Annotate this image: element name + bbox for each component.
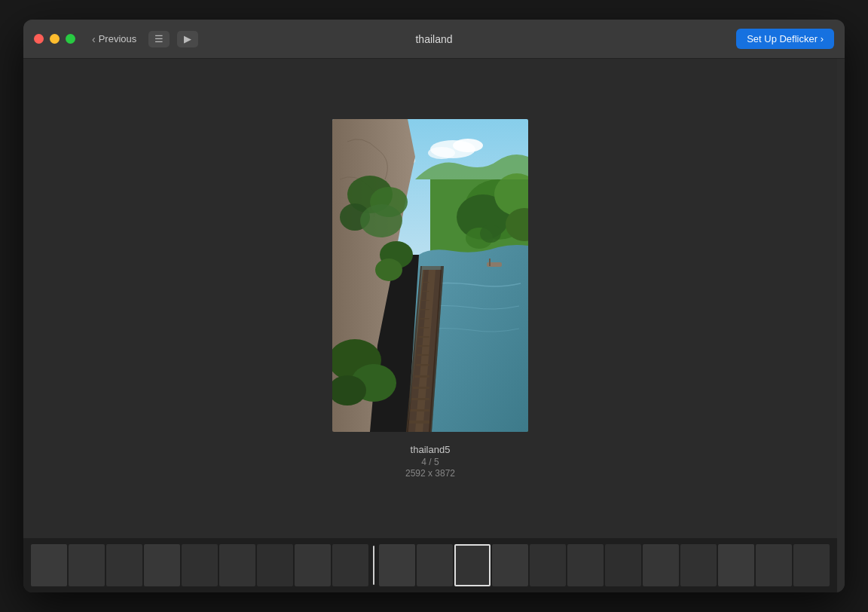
filmstrip-item-current[interactable] [454, 544, 491, 586]
filmstrip-item[interactable] [793, 544, 830, 586]
filmstrip-item[interactable] [718, 544, 754, 586]
titlebar: ‹ Previous ☰ ▶ thailand Set Up Deflicker… [23, 20, 845, 59]
titlebar-right: Set Up Deflicker › [736, 29, 834, 49]
image-counter: 4 / 5 [405, 457, 455, 467]
nav-controls: ‹ Previous ☰ ▶ [87, 30, 198, 48]
traffic-lights [34, 34, 75, 44]
app-window: ‹ Previous ☰ ▶ thailand Set Up Deflicker… [23, 20, 845, 592]
filmstrip-item[interactable] [530, 544, 566, 586]
filmstrip-item[interactable] [643, 544, 679, 586]
filmstrip [23, 538, 837, 592]
svg-point-9 [360, 204, 402, 237]
fullscreen-button[interactable] [66, 34, 75, 44]
svg-point-3 [428, 147, 455, 159]
filmstrip-item[interactable] [605, 544, 641, 586]
filmstrip-item[interactable] [219, 544, 255, 586]
svg-rect-36 [489, 259, 491, 266]
filmstrip-item[interactable] [31, 544, 67, 586]
filmstrip-separator [373, 546, 374, 585]
photo-svg [332, 119, 528, 432]
image-info: thailand5 4 / 5 2592 x 3872 [405, 444, 455, 479]
play-button[interactable]: ▶ [177, 31, 198, 47]
svg-point-11 [375, 259, 402, 281]
filmstrip-item[interactable] [492, 544, 528, 586]
image-container: thailand5 4 / 5 2592 x 3872 [332, 119, 528, 479]
svg-point-2 [453, 139, 483, 152]
chevron-left-icon: ‹ [92, 33, 96, 45]
filmstrip-item[interactable] [417, 544, 453, 586]
image-name: thailand5 [405, 444, 455, 455]
filmstrip-item[interactable] [257, 544, 293, 586]
main-content: thailand5 4 / 5 2592 x 3872 [23, 59, 845, 592]
filmstrip-item[interactable] [182, 544, 218, 586]
filmstrip-item[interactable] [332, 544, 368, 586]
preview-area: thailand5 4 / 5 2592 x 3872 [23, 59, 837, 538]
filmstrip-item[interactable] [756, 544, 792, 586]
right-panel: Frame Editing Crop: Keep Original Size ⌄… [837, 59, 845, 592]
setup-deflicker-button[interactable]: Set Up Deflicker › [736, 29, 834, 49]
filmstrip-item[interactable] [69, 544, 105, 586]
image-size: 2592 x 3872 [405, 468, 455, 479]
previous-button[interactable]: ‹ Previous [87, 30, 141, 48]
play-icon: ▶ [184, 33, 191, 44]
list-view-button[interactable]: ☰ [148, 31, 170, 47]
filmstrip-item[interactable] [567, 544, 604, 586]
filmstrip-item[interactable] [680, 544, 717, 586]
close-button[interactable] [34, 34, 44, 44]
filmstrip-item[interactable] [295, 544, 331, 586]
svg-point-38 [480, 225, 501, 243]
list-icon: ☰ [154, 33, 164, 44]
filmstrip-item[interactable] [144, 544, 180, 586]
window-title: thailand [415, 33, 452, 45]
photo-frame [332, 119, 528, 432]
minimize-button[interactable] [50, 34, 60, 44]
previous-label: Previous [99, 33, 137, 44]
filmstrip-item[interactable] [106, 544, 142, 586]
preview-panel: thailand5 4 / 5 2592 x 3872 [23, 59, 837, 592]
filmstrip-item[interactable] [379, 544, 415, 586]
